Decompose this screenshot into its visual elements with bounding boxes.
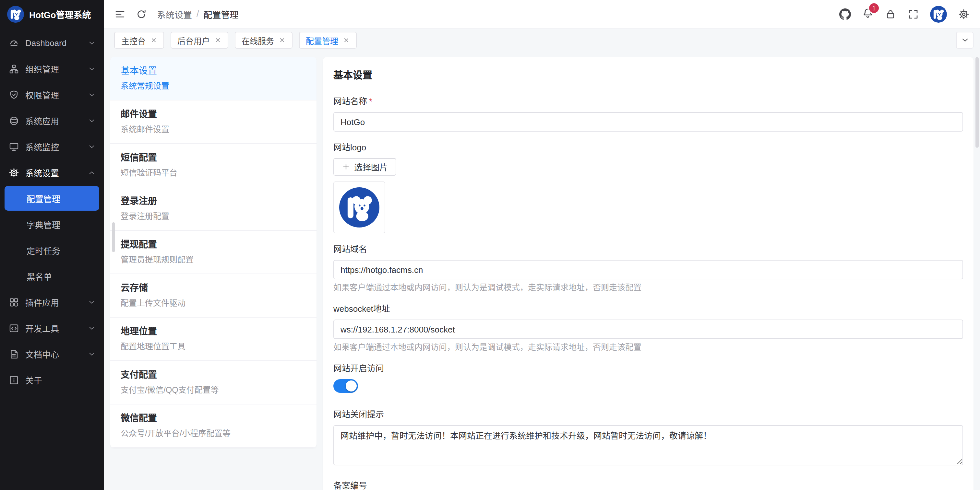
- settings-nav-title: 支付配置: [121, 368, 306, 381]
- settings-nav-subtitle: 登录注册配置: [121, 211, 306, 222]
- field-icp: 备案编号: [333, 481, 963, 490]
- logo-preview-image[interactable]: [333, 181, 385, 233]
- tab-actions-dropdown[interactable]: [956, 32, 974, 49]
- submenu-item-config-management[interactable]: 配置管理: [5, 186, 99, 211]
- sidebar-item-label: 组织管理: [25, 63, 59, 75]
- refresh-icon[interactable]: [135, 8, 147, 20]
- submenu-item-label: 配置管理: [27, 192, 60, 205]
- header-actions: 1: [839, 5, 970, 22]
- plus-icon: [342, 163, 350, 171]
- koala-logo-icon: [7, 6, 24, 23]
- code-icon: [8, 322, 19, 333]
- close-icon[interactable]: [343, 37, 349, 43]
- tab-config-management[interactable]: 配置管理: [299, 32, 356, 49]
- sidebar: HotGo管理系统 Dashboard 组织管理 权限管理 系统应用: [0, 0, 104, 490]
- settings-nav-item-pay[interactable]: 支付配置 支付宝/微信/QQ支付配置等: [110, 361, 317, 404]
- settings-nav-item-withdraw[interactable]: 提现配置 管理员提现规则配置: [110, 231, 317, 274]
- app-root: HotGo管理系统 Dashboard 组织管理 权限管理 系统应用: [0, 0, 980, 490]
- koala-logo-icon: [339, 187, 379, 227]
- fullscreen-icon[interactable]: [907, 8, 919, 20]
- sidebar-item-system-app[interactable]: 系统应用: [0, 108, 104, 133]
- settings-nav-item-login[interactable]: 登录注册 登录注册配置: [110, 187, 317, 231]
- choose-image-button[interactable]: 选择图片: [333, 158, 396, 176]
- settings-nav-item-email[interactable]: 邮件设置 系统邮件设置: [110, 100, 317, 144]
- breadcrumb-parent[interactable]: 系统设置: [157, 8, 192, 21]
- sidebar-item-system-settings[interactable]: 系统设置: [0, 159, 104, 186]
- sidebar-item-dashboard[interactable]: Dashboard: [0, 30, 104, 56]
- site-open-toggle[interactable]: [333, 379, 358, 393]
- notification-badge: 1: [869, 3, 879, 13]
- tab-label: 配置管理: [306, 34, 338, 46]
- site-domain-input[interactable]: [333, 260, 963, 279]
- field-site-name: 网站名称*: [333, 97, 963, 132]
- chevron-down-icon: [88, 298, 95, 306]
- websocket-label: websocket地址: [333, 304, 963, 314]
- close-icon[interactable]: [278, 37, 285, 43]
- sidebar-item-plugins[interactable]: 插件应用: [0, 289, 104, 315]
- sidebar-item-label: 系统应用: [25, 114, 59, 127]
- page-scrollbar-thumb[interactable]: [975, 57, 979, 148]
- app-logo[interactable]: HotGo管理系统: [0, 0, 104, 29]
- notifications-button[interactable]: 1: [862, 7, 873, 21]
- settings-nav-item-basic[interactable]: 基本设置 系统常规设置: [110, 57, 317, 100]
- chevron-down-icon: [88, 324, 95, 331]
- lock-icon[interactable]: [885, 8, 896, 20]
- koala-logo-icon: [930, 5, 947, 22]
- settings-nav-title: 登录注册: [121, 195, 306, 208]
- submenu-item-cron-tasks[interactable]: 定时任务: [0, 237, 104, 263]
- settings-nav-title: 提现配置: [121, 238, 306, 251]
- site-name-input[interactable]: [333, 112, 963, 132]
- close-icon[interactable]: [214, 37, 221, 43]
- sidebar-item-label: 系统监控: [25, 140, 59, 153]
- submenu-item-dict-management[interactable]: 字典管理: [0, 211, 104, 237]
- shield-icon: [8, 89, 19, 100]
- settings-nav-scrollbar-thumb[interactable]: [112, 222, 115, 252]
- sidebar-item-about[interactable]: 关于: [0, 367, 104, 393]
- settings-nav-subtitle: 管理员提现规则配置: [121, 254, 306, 266]
- close-icon[interactable]: [150, 37, 157, 43]
- collapse-menu-icon[interactable]: [114, 8, 126, 20]
- settings-nav-item-sms[interactable]: 短信配置 短信验证码平台: [110, 144, 317, 187]
- settings-nav-subtitle: 系统邮件设置: [121, 124, 306, 135]
- tab-admin-users[interactable]: 后台用户: [170, 32, 228, 49]
- settings-nav-card: 基本设置 系统常规设置 邮件设置 系统邮件设置 短信配置 短信验证码平台 登录注…: [110, 57, 317, 448]
- sidebar-item-monitor[interactable]: 系统监控: [0, 133, 104, 159]
- settings-nav-subtitle: 配置地理位置工具: [121, 341, 306, 353]
- sidebar-item-org[interactable]: 组织管理: [0, 56, 104, 82]
- basic-settings-form-card: 基本设置 网站名称* 网站logo 选择图片 网站域名: [323, 57, 974, 490]
- chevron-down-icon: [88, 39, 95, 46]
- tab-label: 后台用户: [177, 34, 210, 46]
- sidebar-item-permission[interactable]: 权限管理: [0, 82, 104, 108]
- sidebar-item-docs[interactable]: 文档中心: [0, 341, 104, 367]
- tab-online-service[interactable]: 在线服务: [234, 32, 292, 49]
- required-mark: *: [369, 97, 372, 106]
- sidebar-menu: Dashboard 组织管理 权限管理 系统应用 系统监控: [0, 29, 104, 490]
- settings-nav-item-wechat[interactable]: 微信配置 公众号/开放平台/小程序配置等: [110, 404, 317, 448]
- submenu-item-label: 字典管理: [27, 218, 60, 230]
- content-area: 基本设置 系统常规设置 邮件设置 系统邮件设置 短信配置 短信验证码平台 登录注…: [104, 52, 980, 490]
- apps-icon: [8, 297, 19, 308]
- avatar[interactable]: [930, 5, 947, 22]
- main-area: 系统设置 / 配置管理 1 主控台: [104, 0, 980, 490]
- websocket-input[interactable]: [333, 320, 963, 339]
- breadcrumb-separator: /: [197, 9, 199, 19]
- close-tip-textarea[interactable]: 网站维护中，暂时无法访问！本网站正在进行系统维护和技术升级，网站暂时无法访问，敬…: [333, 425, 963, 465]
- chevron-down-icon: [961, 36, 969, 44]
- breadcrumb-current[interactable]: 配置管理: [204, 8, 239, 21]
- settings-nav-title: 地理位置: [121, 325, 306, 338]
- github-icon[interactable]: [839, 8, 851, 20]
- chevron-down-icon: [88, 65, 95, 72]
- gear-icon[interactable]: [958, 8, 970, 20]
- icp-label: 备案编号: [333, 481, 963, 490]
- sidebar-item-label: 文档中心: [25, 348, 59, 360]
- tab-dashboard[interactable]: 主控台: [114, 32, 164, 49]
- settings-nav-item-geo[interactable]: 地理位置 配置地理位置工具: [110, 317, 317, 361]
- sidebar-item-dev-tools[interactable]: 开发工具: [0, 315, 104, 341]
- sidebar-item-label: 插件应用: [25, 296, 59, 308]
- sidebar-item-label: 关于: [25, 374, 42, 386]
- sidebar-item-label: 权限管理: [25, 89, 59, 101]
- submenu-item-blacklist[interactable]: 黑名单: [0, 263, 104, 289]
- settings-nav-subtitle: 配置上传文件驱动: [121, 298, 306, 309]
- settings-nav-subtitle: 短信验证码平台: [121, 167, 306, 179]
- settings-nav-item-storage[interactable]: 云存储 配置上传文件驱动: [110, 274, 317, 317]
